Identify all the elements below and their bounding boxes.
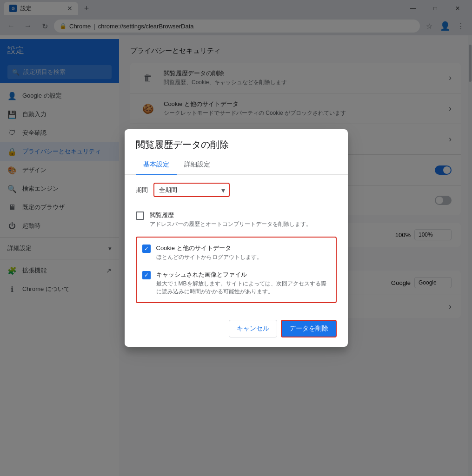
checked-items-group: Cookie と他のサイトデータ ほとんどのサイトからログアウトします。 キャッ… <box>136 237 337 303</box>
cookie-checkbox-label: Cookie と他のサイトデータ <box>156 244 262 252</box>
history-checkbox-desc: アドレスバーの履歴とオートコンプリートデータを削除します。 <box>150 220 312 228</box>
period-select[interactable]: 過去1時間 過去24時間 過去7日間 過去4週間 全期間 <box>154 184 229 196</box>
dialog-body: 期間 過去1時間 過去24時間 過去7日間 過去4週間 全期間 ▾ 閲覧履歴 <box>125 175 348 314</box>
cache-checkbox-desc: 最大で１MBを解放します。サイトによっては、次回アクセスする際に読み込みに時間が… <box>156 280 330 296</box>
tab-basic[interactable]: 基本設定 <box>136 155 177 175</box>
dialog-tabs: 基本設定 詳細設定 <box>125 155 348 175</box>
clear-data-dialog: 閲覧履歴データの削除 基本設定 詳細設定 期間 過去1時間 過去24時間 過去7… <box>125 129 348 346</box>
cookie-checkbox-content: Cookie と他のサイトデータ ほとんどのサイトからログアウトします。 <box>156 244 262 261</box>
cache-checkbox-content: キャッシュされた画像とファイル 最大で１MBを解放します。サイトによっては、次回… <box>156 271 330 296</box>
history-checkbox-content: 閲覧履歴 アドレスバーの履歴とオートコンプリートデータを削除します。 <box>150 211 312 228</box>
cancel-button[interactable]: キャンセル <box>229 320 277 337</box>
cookie-checkbox-item: Cookie と他のサイトデータ ほとんどのサイトからログアウトします。 <box>137 239 336 266</box>
history-checkbox[interactable] <box>136 212 144 220</box>
delete-button[interactable]: データを削除 <box>281 320 337 337</box>
checked-box-inner: Cookie と他のサイトデータ ほとんどのサイトからログアウトします。 キャッ… <box>137 238 336 302</box>
cache-checkbox-label: キャッシュされた画像とファイル <box>156 271 330 279</box>
dialog-footer: キャンセル データを削除 <box>125 314 348 347</box>
history-checkbox-item: 閲覧履歴 アドレスバーの履歴とオートコンプリートデータを削除します。 <box>136 206 337 233</box>
history-checkbox-label: 閲覧履歴 <box>150 211 312 219</box>
cookie-checkbox-desc: ほとんどのサイトからログアウトします。 <box>156 253 262 261</box>
cache-checkbox-item: キャッシュされた画像とファイル 最大で１MBを解放します。サイトによっては、次回… <box>137 266 336 300</box>
period-label: 期間 <box>136 186 148 194</box>
period-select-wrapper: 過去1時間 過去24時間 過去7日間 過去4週間 全期間 ▾ <box>153 183 230 197</box>
tab-advanced[interactable]: 詳細設定 <box>177 155 218 175</box>
modal-overlay: 閲覧履歴データの削除 基本設定 詳細設定 期間 過去1時間 過去24時間 過去7… <box>0 0 472 476</box>
dialog-title: 閲覧履歴データの削除 <box>125 129 348 155</box>
cache-checkbox[interactable] <box>142 271 151 279</box>
period-row: 期間 過去1時間 過去24時間 過去7日間 過去4週間 全期間 ▾ <box>136 183 337 197</box>
cookie-checkbox[interactable] <box>142 245 151 253</box>
